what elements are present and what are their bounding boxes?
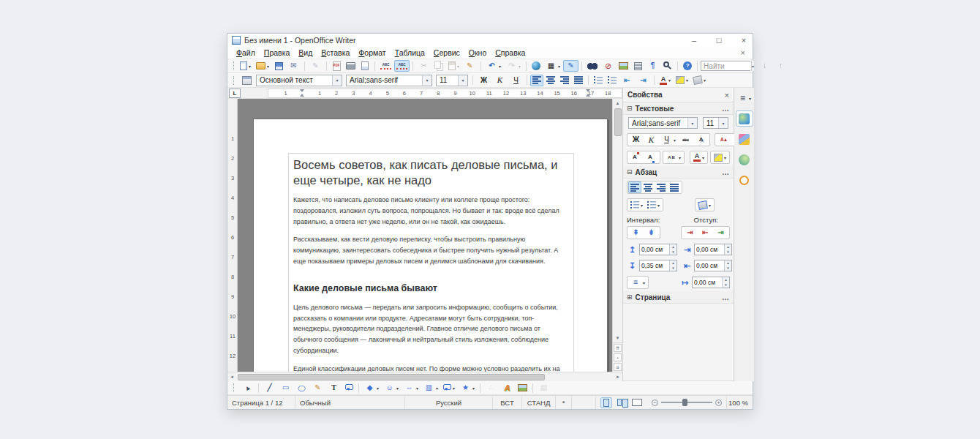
flowchart[interactable]: ▥▾ [421,382,440,394]
table-dropdown[interactable]: ▾ [558,64,560,69]
from-file[interactable] [516,382,529,394]
previous-page-button[interactable]: ⇈ [614,344,622,352]
font-size-select[interactable]: 11 ▾ [436,75,468,86]
indent-increase-button[interactable]: ⇥ [682,227,698,239]
page-number-status[interactable]: Страница 1 / 12 [227,396,295,409]
underline-dropdown[interactable]: ▾ [674,138,676,143]
highlight-button[interactable]: ▾ [674,75,690,86]
grow-font-button[interactable]: А▲ [716,134,731,146]
strikethrough-button[interactable]: abc [678,134,693,146]
tab-properties[interactable] [736,110,753,127]
select-tool[interactable]: ▲ [240,382,255,394]
callouts-shapes-dropdown[interactable]: ▾ [453,386,455,391]
fontwork[interactable]: A [500,382,515,394]
section-more-button[interactable]: … [722,293,730,301]
undo-dropdown[interactable]: ▾ [499,64,501,69]
section-more-button[interactable]: … [722,168,730,176]
horizontal-ruler[interactable]: 1123456789101112131415161718 [242,88,622,98]
find-replace-button[interactable] [585,60,600,72]
nonprinting-characters-button[interactable]: ¶ [645,60,660,72]
spacing-decrease-button[interactable]: ⇟ [644,227,659,239]
superscript-button[interactable] [628,151,644,163]
align-left-button[interactable] [628,181,641,193]
scroll-left-button[interactable]: ◄ [227,372,236,381]
block-arrows-dropdown[interactable]: ▾ [416,386,418,391]
menu-item[interactable]: Вставка [317,48,354,58]
decrease-indent-button[interactable]: ⇤ [619,75,635,86]
zoom-slider-thumb[interactable] [682,399,687,406]
font-color-button[interactable]: А▾ [691,151,706,163]
open-dropdown[interactable]: ▾ [267,64,269,69]
tab-clock[interactable] [736,172,753,188]
font-color-dropdown[interactable]: ▾ [668,78,671,83]
collapse-icon[interactable]: ⊟ [627,105,633,112]
zoom-out-button[interactable]: − [652,399,658,406]
spinner[interactable]: ▲▼ [669,244,676,255]
numbering-dropdown[interactable]: ▾ [657,203,660,208]
basic-shapes-dropdown[interactable]: ▾ [377,386,379,391]
spacing-above-input[interactable] [640,244,669,255]
maximize-button[interactable]: □ [715,36,723,45]
background-color-button[interactable]: ▾ [691,75,708,86]
horizontal-scrollbar[interactable]: ◄ ► [227,372,622,381]
bullets-button[interactable]: ▾ [628,199,645,211]
menu-item[interactable]: Справка [491,48,529,58]
stars[interactable]: ★▾ [458,382,477,394]
page-preview-button[interactable] [358,60,372,72]
help-button[interactable]: ? [681,60,694,72]
spinner[interactable]: ▲▼ [724,244,731,255]
indent-decrease-button[interactable]: ⇤ [698,227,713,239]
book-view-button[interactable] [631,397,643,408]
basic-shapes[interactable]: ◆▾ [362,382,381,394]
paragraph-background-button[interactable]: ▾ [696,199,713,211]
font-name-dropdown[interactable]: ▾ [687,118,697,128]
draw-functions-button[interactable]: ✎ [563,60,578,72]
stars-dropdown[interactable]: ▾ [472,386,475,391]
zoom-in-button[interactable]: + [715,399,722,406]
shadowed-button[interactable]: А [693,134,709,146]
italic-button[interactable]: K [644,134,659,146]
find-input[interactable] [701,61,750,71]
data-sources-button[interactable] [631,60,644,72]
bullets-dropdown[interactable]: ▾ [641,203,643,208]
numbering-button[interactable] [592,75,605,86]
menu-item[interactable]: Сервис [429,48,464,58]
indent-after-input[interactable] [695,260,724,271]
vertical-ruler[interactable]: 123456789101112 [227,99,238,372]
multi-page-view-button[interactable] [616,397,627,408]
collapse-icon[interactable]: ⊟ [627,168,633,176]
menu-item[interactable]: Формат [354,48,390,58]
selection-mode-status[interactable]: СТАНД [522,396,556,409]
zoom-slider[interactable] [661,402,712,403]
redo-dropdown[interactable]: ▾ [519,64,521,69]
sidebar-font-name-select[interactable]: Arial;sans-serif ▾ [628,117,698,129]
spinner[interactable]: ▲▼ [724,260,731,271]
navigation-button[interactable]: • [614,353,622,361]
horizontal-scroll-thumb[interactable] [238,374,545,380]
align-right-button[interactable] [655,181,668,193]
underline-button[interactable]: Ч [508,75,524,86]
ellipse-tool[interactable]: ◯ [294,382,309,394]
menu-item[interactable]: Таблица [391,48,429,58]
language-status[interactable]: Русский [405,396,493,409]
spacing-increase-button[interactable]: ⇞ [628,227,644,239]
print-button[interactable] [344,60,358,72]
align-right-button[interactable] [558,75,571,86]
text-frame[interactable]: Восемь советов, как писать деловые письм… [288,153,574,372]
symbol-shapes[interactable]: ☺▾ [382,382,401,394]
highlight-dropdown[interactable]: ▾ [686,78,688,83]
export-pdf-button[interactable]: PDF [330,60,343,72]
block-arrows[interactable]: ⇔▾ [402,382,421,394]
menu-item[interactable]: Правка [260,48,294,58]
char-spacing-dropdown[interactable]: ▾ [679,155,681,160]
open-button[interactable]: ▾ [254,60,271,72]
vertical-scrollbar[interactable]: ▲ ▼ ⇈ • ⇊ [612,99,622,372]
align-justify-button[interactable] [668,181,681,193]
line-tool[interactable]: ╱ [262,382,277,394]
scroll-down-button[interactable]: ▼ [614,334,622,342]
increase-indent-button[interactable]: ⇥ [636,75,651,86]
align-center-button[interactable] [544,75,557,86]
spellcheck-button[interactable]: ABC [378,60,393,72]
font-color-dropdown[interactable]: ▾ [702,155,704,160]
freeform-tool[interactable]: ✎ [310,382,325,394]
